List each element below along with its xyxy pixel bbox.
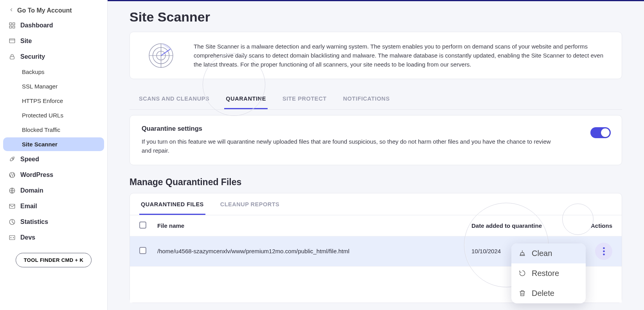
- svg-point-6: [12, 158, 13, 159]
- chart-icon: [9, 218, 16, 225]
- mail-icon: [9, 203, 16, 210]
- sidebar-item-security[interactable]: Security: [3, 49, 104, 64]
- sidebar-item-wordpress[interactable]: WordPress: [3, 168, 104, 182]
- files-subtabs: QUARANTINED FILES CLEANUP REPORTS: [130, 193, 622, 215]
- svg-rect-1: [13, 23, 15, 25]
- sidebar-item-label: WordPress: [20, 171, 53, 178]
- site-icon: [9, 38, 16, 45]
- row-actions-button[interactable]: [595, 243, 612, 260]
- sidebar-item-label: Dashboard: [20, 22, 53, 29]
- manage-heading: Manage Quarantined Files: [130, 177, 622, 187]
- page-title: Site Scanner: [130, 9, 622, 25]
- radar-icon: [142, 41, 180, 70]
- col-actions: Actions: [565, 222, 612, 229]
- menu-delete[interactable]: Delete: [511, 283, 586, 303]
- svg-rect-2: [9, 26, 11, 28]
- sidebar-sub-ssl-manager[interactable]: SSL Manager: [3, 79, 104, 93]
- svg-point-16: [603, 250, 605, 252]
- scanner-tabs: SCANS AND CLEANUPS QUARANTINE SITE PROTE…: [130, 88, 622, 110]
- undo-icon: [518, 269, 526, 277]
- col-file-name: File name: [157, 222, 471, 229]
- sidebar-item-label: Statistics: [20, 218, 48, 225]
- svg-point-15: [603, 247, 605, 249]
- row-file-name: /home/u4568-szazymcenxlv/www/premium12mo…: [157, 248, 471, 254]
- svg-rect-4: [9, 39, 15, 43]
- sidebar-item-site[interactable]: Site: [3, 34, 104, 49]
- svg-rect-9: [9, 204, 15, 209]
- table-row: /home/u4568-szazymcenxlv/www/premium12mo…: [130, 236, 622, 267]
- sidebar-item-devs[interactable]: Devs: [3, 230, 104, 245]
- menu-restore[interactable]: Restore: [511, 263, 586, 283]
- wordpress-icon: [9, 171, 16, 178]
- info-text: The Site Scanner is a malware detection …: [194, 42, 609, 69]
- sidebar-sub-site-scanner[interactable]: Site Scanner: [3, 137, 104, 151]
- sidebar-sub-protected-urls[interactable]: Protected URLs: [3, 108, 104, 122]
- sidebar-item-label: Site: [20, 38, 32, 45]
- back-label: Go To My Account: [17, 7, 72, 14]
- tab-quarantine[interactable]: QUARANTINE: [224, 88, 268, 109]
- subtab-quarantined-files[interactable]: QUARANTINED FILES: [139, 193, 205, 215]
- sidebar-item-label: Devs: [20, 234, 35, 241]
- row-actions-menu: Clean Restore Delete: [511, 243, 586, 303]
- tab-notifications[interactable]: NOTIFICATIONS: [342, 88, 392, 109]
- quarantine-settings-desc: If you turn on this feature we will quar…: [142, 137, 556, 155]
- sidebar-item-statistics[interactable]: Statistics: [3, 214, 104, 229]
- sidebar-item-email[interactable]: Email: [3, 199, 104, 214]
- svg-rect-5: [10, 56, 14, 59]
- tab-scans-and-cleanups[interactable]: SCANS AND CLEANUPS: [137, 88, 211, 109]
- sidebar-sub-https-enforce[interactable]: HTTPS Enforce: [3, 94, 104, 108]
- select-all-checkbox[interactable]: [139, 222, 146, 229]
- quarantine-settings-card: Quarantine settings If you turn on this …: [130, 115, 622, 165]
- col-date: Date added to quarantine: [471, 222, 565, 229]
- svg-point-17: [603, 253, 605, 255]
- sidebar-item-speed[interactable]: Speed: [3, 152, 104, 167]
- sidebar: Go To My Account Dashboard Site Security…: [0, 0, 108, 310]
- sidebar-item-domain[interactable]: Domain: [3, 183, 104, 198]
- sidebar-sub-backups[interactable]: Backups: [3, 65, 104, 79]
- quarantine-settings-heading: Quarantine settings: [142, 125, 610, 132]
- menu-clean[interactable]: Clean: [511, 243, 586, 263]
- row-checkbox[interactable]: [139, 247, 146, 254]
- svg-rect-3: [13, 26, 15, 28]
- sidebar-item-dashboard[interactable]: Dashboard: [3, 18, 104, 33]
- sidebar-sub-blocked-traffic[interactable]: Blocked Traffic: [3, 123, 104, 137]
- lock-icon: [9, 53, 16, 60]
- trash-icon: [518, 289, 526, 297]
- grid-icon: [9, 22, 16, 29]
- svg-rect-0: [9, 23, 11, 25]
- globe-icon: [9, 187, 16, 194]
- arrow-left-icon: [9, 7, 14, 14]
- broom-icon: [518, 249, 526, 257]
- main-content: Site Scanner The Site Scanner is a malwa…: [108, 0, 644, 310]
- go-to-my-account[interactable]: Go To My Account: [3, 4, 104, 17]
- tool-finder-button[interactable]: TOOL FINDER CMD + K: [16, 253, 92, 267]
- subtab-cleanup-reports[interactable]: CLEANUP REPORTS: [219, 193, 281, 215]
- files-table-header: File name Date added to quarantine Actio…: [130, 215, 622, 236]
- code-icon: [9, 234, 16, 241]
- rocket-icon: [9, 156, 16, 163]
- sidebar-item-label: Email: [20, 203, 37, 210]
- svg-rect-11: [9, 236, 15, 240]
- sidebar-item-label: Security: [20, 53, 45, 60]
- sidebar-item-label: Domain: [20, 187, 43, 194]
- info-card: The Site Scanner is a malware detection …: [130, 32, 622, 79]
- tab-site-protect[interactable]: SITE PROTECT: [281, 88, 328, 109]
- sidebar-item-label: Speed: [20, 156, 39, 163]
- quarantine-toggle[interactable]: [590, 127, 611, 138]
- files-card: QUARANTINED FILES CLEANUP REPORTS File n…: [130, 193, 622, 303]
